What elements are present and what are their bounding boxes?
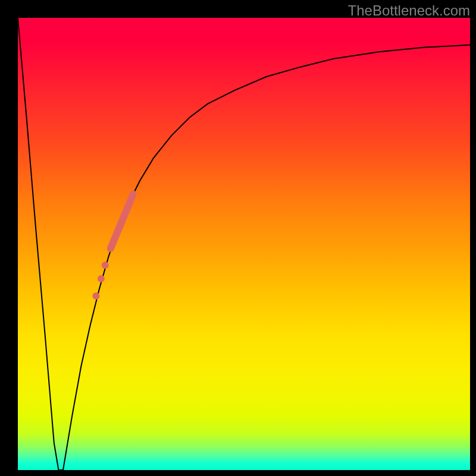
bottleneck-curve (18, 18, 470, 470)
marker-dot-2 (98, 275, 105, 283)
plot-area (18, 18, 470, 470)
chart-container: TheBottleneck.com (0, 0, 476, 476)
marker-dot-3 (92, 292, 99, 299)
marker-dot-1 (102, 262, 109, 269)
chart-svg (18, 18, 470, 470)
segment-marker (111, 194, 133, 248)
watermark-text: TheBottleneck.com (348, 2, 470, 19)
